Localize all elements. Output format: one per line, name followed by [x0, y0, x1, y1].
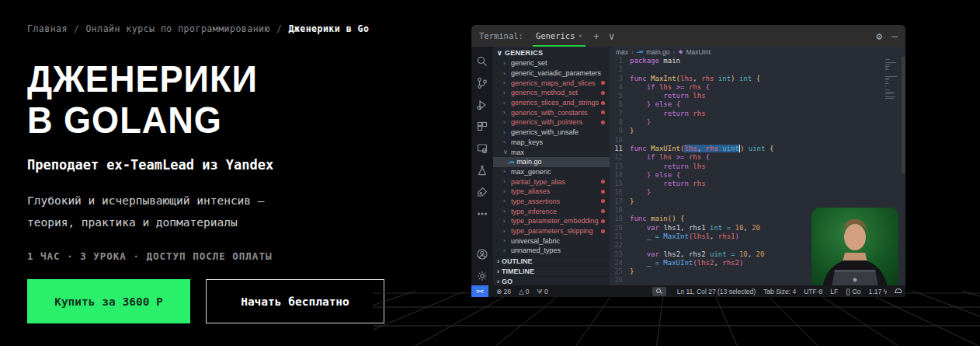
- more-icon[interactable]: [476, 207, 489, 220]
- code-line-text: }: [630, 127, 634, 135]
- code-line-text: return lhs: [630, 163, 706, 171]
- explorer-item-type_parameter_embedding[interactable]: ›type_parameter_embedding: [493, 216, 610, 226]
- editor-scrollbar[interactable]: [902, 57, 905, 173]
- line-number: 1: [610, 57, 630, 65]
- settings-gear-icon[interactable]: ⚙: [876, 30, 882, 42]
- explorer-section-outline[interactable]: ›OUTLINE: [493, 256, 610, 266]
- terminal-dropdown-icon[interactable]: ∨: [609, 31, 615, 41]
- explorer-item-main.go[interactable]: -∞main.go: [493, 157, 610, 167]
- testing-icon[interactable]: [476, 163, 489, 176]
- explorer-item-type_aliases[interactable]: ›type_aliases: [493, 187, 610, 197]
- activity-bar: [471, 47, 493, 285]
- eol-type[interactable]: LF: [830, 288, 838, 295]
- account-icon[interactable]: [476, 247, 489, 260]
- code-line: 5 return lhs: [610, 92, 905, 100]
- explorer-item-generics_maps_and_slices[interactable]: ›generics_maps_and_slices: [493, 78, 610, 88]
- chevron-right-icon: ›: [503, 188, 509, 195]
- explorer-item-type_assertions[interactable]: ›type_assertions: [493, 197, 610, 207]
- remote-indicator[interactable]: ><: [471, 285, 488, 297]
- cursor-position[interactable]: Ln 11, Col 27 (13 selected): [677, 288, 756, 295]
- editor-breadcrumb-item[interactable]: max: [616, 48, 628, 56]
- explorer-item-label: type_assertions: [511, 197, 560, 205]
- explorer-section-timeline[interactable]: ›TIMELINE: [493, 266, 610, 276]
- tab-size[interactable]: Tab Size: 4: [763, 288, 796, 295]
- go-file-icon: -∞: [637, 48, 643, 55]
- status-bar: >< ⊗ 28 △ 0 Ψ 0 Ln 11, Col 27 (13 select…: [471, 285, 905, 297]
- explorer-item-map_keys[interactable]: ›map_keys: [493, 138, 610, 148]
- editor-breadcrumb: max›-∞main.go›◈MaxUInt: [610, 47, 905, 57]
- settings-icon[interactable]: [476, 269, 489, 282]
- code-line: 12 if lhs >= rhs {: [610, 153, 905, 162]
- code-line: 13 return lhs: [610, 163, 905, 171]
- remote-explorer-icon[interactable]: [476, 142, 489, 155]
- minimap-line: [885, 78, 890, 79]
- run-debug-icon[interactable]: [476, 98, 489, 111]
- minimap-line: [885, 81, 888, 82]
- editor-breadcrumb-item[interactable]: main.go: [646, 48, 669, 56]
- explorer-item-type_inference[interactable]: ›type_inference: [493, 206, 610, 216]
- minimap: [885, 59, 899, 103]
- extensions-icon[interactable]: [476, 120, 489, 133]
- zoom-icon[interactable]: [652, 287, 666, 296]
- line-number: 23: [610, 250, 630, 259]
- editor-breadcrumb-item[interactable]: MaxUInt: [686, 48, 711, 56]
- start-free-button[interactable]: Начать бесплатно: [206, 279, 384, 323]
- minimap-line: [885, 96, 895, 97]
- code-line: 15 return rhs: [610, 180, 905, 188]
- go-version[interactable]: 1.17 ϟ: [869, 288, 887, 295]
- code-line: 9}: [610, 127, 905, 135]
- terminal-tab-generics[interactable]: Generics ×: [534, 25, 584, 47]
- buy-button[interactable]: Купить за 3600 Р: [27, 279, 190, 323]
- course-subtitle: Преподает ex-TeamLead из Yandex: [27, 157, 415, 173]
- line-number: 18: [610, 206, 630, 215]
- code-line-text: func MaxInt(lhs, rhs int) int {: [630, 75, 760, 83]
- chevron-right-icon: ›: [503, 119, 509, 126]
- breadcrumb-link[interactable]: Онлайн курсы по программированию: [85, 23, 270, 34]
- explorer-item-generic_variadic_parameters[interactable]: ›generic_variadic_parameters: [493, 68, 610, 79]
- explorer-item-unnamed_types[interactable]: ›unnamed_types: [493, 246, 610, 256]
- explorer-item-generics_slices_and_strings[interactable]: ›generics_slices_and_strings: [493, 98, 610, 108]
- new-terminal-button[interactable]: +: [593, 31, 599, 41]
- explorer-item-generic_set[interactable]: ›generic_set: [493, 58, 610, 68]
- close-tab-icon[interactable]: ×: [578, 32, 582, 40]
- minimize-icon[interactable]: –: [891, 30, 898, 42]
- ports-indicator[interactable]: Ψ 0: [537, 288, 548, 295]
- source-control-icon[interactable]: [476, 76, 489, 89]
- chevron-right-icon: ›: [503, 218, 509, 225]
- explorer-item-generics_method_set[interactable]: ›generics_method_set: [493, 88, 610, 98]
- explorer-section-go[interactable]: ›GO: [493, 276, 610, 285]
- minimap-line: [885, 83, 889, 84]
- search-icon[interactable]: [476, 54, 489, 68]
- explorer-item-max_generic[interactable]: ›max_generic: [493, 167, 610, 177]
- explorer-root-header[interactable]: ∨ GENERICS: [493, 47, 610, 58]
- page-title: ДЖЕНЕРИКИ В GOLANG: [27, 58, 400, 140]
- breadcrumb-current: Дженерики в Go: [288, 23, 369, 34]
- tools-icon[interactable]: [476, 185, 489, 198]
- code-line-text: if lhs >= rhs {: [630, 83, 710, 92]
- problems-errors[interactable]: ⊗ 28: [496, 288, 511, 295]
- explorer-item-generics_with_unsafe[interactable]: ›generics_with_unsafe: [493, 128, 610, 138]
- modified-dot-badge: [601, 229, 605, 233]
- line-number: 8: [610, 118, 630, 127]
- explorer-item-generics_with_constants[interactable]: ›generics_with_constants: [493, 107, 610, 117]
- notifications-bell-icon[interactable]: [895, 288, 901, 295]
- problems-warnings[interactable]: △ 0: [519, 288, 530, 295]
- explorer-item-universal_fabric[interactable]: ›universal_fabric: [493, 236, 610, 246]
- explorer-item-max[interactable]: ∨max: [493, 147, 610, 157]
- breadcrumb-link[interactable]: Главная: [27, 23, 68, 34]
- explorer-item-type_parameters_skipping[interactable]: ›type_parameters_skipping: [493, 226, 610, 236]
- line-number: 15: [610, 180, 630, 188]
- code-line: 4 if lhs >= rhs {: [610, 83, 905, 92]
- language-mode[interactable]: {} Go: [846, 288, 860, 295]
- line-number: 12: [610, 153, 630, 162]
- explorer-item-partial_type_alias[interactable]: ›partial_type_alias: [493, 176, 610, 187]
- code-line: 3func MaxInt(lhs, rhs int) int {: [610, 75, 905, 83]
- modified-dot-badge: [601, 209, 605, 213]
- hero-section: Главная/Онлайн курсы по программированию…: [27, 23, 415, 323]
- chevron-down-icon: ∨: [497, 49, 502, 57]
- explorer-item-label: generic_variadic_parameters: [511, 69, 601, 77]
- encoding[interactable]: UTF-8: [804, 288, 822, 295]
- line-number: 11: [610, 145, 630, 153]
- code-line: 16 }: [610, 188, 905, 197]
- explorer-item-generics_with_pointers[interactable]: ›generics_with_pointers: [493, 117, 610, 128]
